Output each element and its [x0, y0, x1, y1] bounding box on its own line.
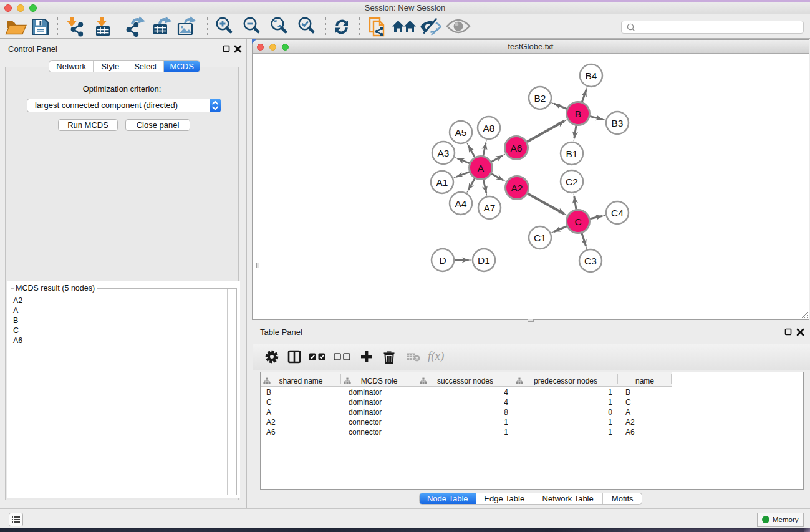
- svg-text:B: B: [575, 109, 581, 119]
- svg-text:A6: A6: [511, 143, 523, 153]
- svg-text:C: C: [574, 216, 581, 227]
- svg-text:C3: C3: [584, 256, 597, 266]
- svg-text:A7: A7: [484, 203, 496, 213]
- svg-text:A1: A1: [436, 177, 448, 188]
- svg-text:A5: A5: [455, 127, 467, 138]
- svg-text:C1: C1: [534, 233, 546, 243]
- svg-text:B1: B1: [566, 148, 578, 159]
- svg-text:D1: D1: [478, 255, 490, 266]
- svg-text:A2: A2: [511, 183, 523, 193]
- svg-text:A8: A8: [483, 123, 495, 133]
- svg-text:B2: B2: [534, 93, 546, 104]
- svg-text:B3: B3: [612, 118, 624, 128]
- svg-text:A4: A4: [455, 198, 467, 209]
- svg-text:A3: A3: [438, 148, 450, 158]
- svg-text:D: D: [439, 255, 446, 266]
- svg-text:B4: B4: [586, 70, 597, 81]
- svg-text:C4: C4: [611, 208, 624, 218]
- svg-text:C2: C2: [566, 177, 578, 187]
- svg-text:A: A: [478, 163, 485, 173]
